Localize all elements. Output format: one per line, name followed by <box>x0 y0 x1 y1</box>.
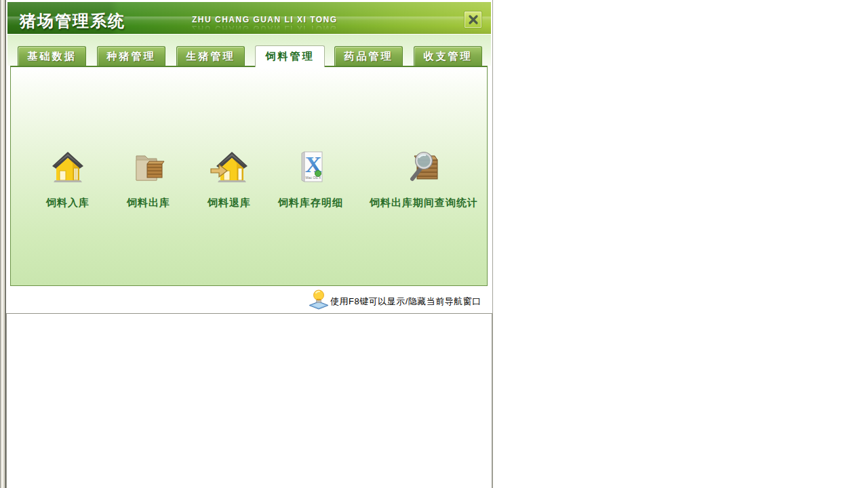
window-titlebar: 猪场管理系统 ZHU CHANG GUAN LI XI TONG ZHU CHA… <box>7 2 491 34</box>
workspace-panel <box>6 313 492 488</box>
package-box-icon: X Mac OS X <box>292 150 330 183</box>
menu-item-feed-in[interactable]: 饲料入库 <box>46 150 90 209</box>
warehouse-in-icon <box>49 150 87 183</box>
menu-item-label: 饲料出库 <box>127 197 170 209</box>
menu-item-feed-return[interactable]: 饲料退库 <box>208 150 251 209</box>
app-title: 猪场管理系统 <box>20 10 125 32</box>
feed-management-panel: 饲料入库 饲料出库 <box>10 66 488 286</box>
menu-item-feed-out-period-query[interactable]: 饲料出库期间查询统计 <box>370 150 478 209</box>
svg-text:Mac OS X: Mac OS X <box>306 176 321 180</box>
menu-item-label: 饲料库存明细 <box>278 197 343 209</box>
folder-crate-icon <box>130 150 167 183</box>
warehouse-return-icon <box>210 150 248 183</box>
status-hint-text: 使用F8键可以显示/隐藏当前导航窗口 <box>330 296 481 308</box>
close-icon <box>468 14 479 25</box>
tab-medicine[interactable]: 药品管理 <box>334 46 403 66</box>
crate-search-icon <box>405 150 443 183</box>
tab-income-expense[interactable]: 收支管理 <box>414 46 482 66</box>
tab-basic-data[interactable]: 基础数据 <box>18 46 86 66</box>
navigation-window: 猪场管理系统 ZHU CHANG GUAN LI XI TONG ZHU CHA… <box>6 0 493 488</box>
menu-item-label: 饲料出库期间查询统计 <box>370 197 478 209</box>
menu-item-feed-stock-detail[interactable]: X Mac OS X 饲料库存明细 <box>278 150 343 209</box>
window-frame-border <box>0 0 6 488</box>
lightbulb-icon <box>308 289 330 311</box>
tab-feed-management[interactable]: 饲料管理 <box>255 45 325 67</box>
menu-item-label: 饲料入库 <box>46 197 90 209</box>
app-subtitle-block: ZHU CHANG GUAN LI XI TONG ZHU CHANG GUAN… <box>192 15 338 33</box>
close-button[interactable] <box>464 11 482 28</box>
menu-item-label: 饲料退库 <box>208 197 251 209</box>
tab-breeding-pigs[interactable]: 种猪管理 <box>97 46 165 66</box>
app-subtitle: ZHU CHANG GUAN LI XI TONG <box>192 15 338 24</box>
app-subtitle-reflection: ZHU CHANG GUAN LI XI TONG <box>192 24 338 33</box>
menu-item-feed-out[interactable]: 饲料出库 <box>127 150 170 209</box>
tab-live-pigs[interactable]: 生猪管理 <box>176 46 245 66</box>
